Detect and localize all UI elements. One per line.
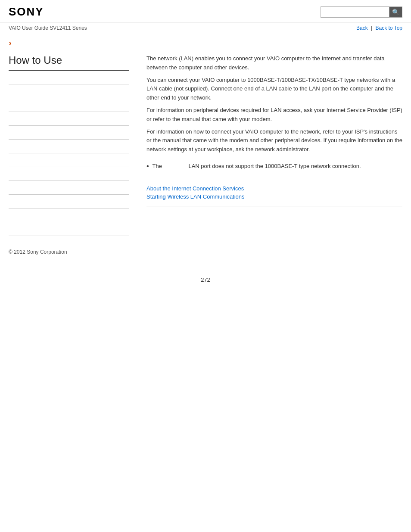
section-divider-top — [146, 179, 402, 179]
search-button[interactable]: 🔍 — [389, 6, 402, 18]
sidebar-title: How to Use — [9, 54, 129, 71]
search-icon: 🔍 — [392, 9, 399, 16]
sidebar: How to Use — [9, 54, 138, 236]
paragraph-3: For information on peripheral devices re… — [146, 106, 402, 124]
guide-title: VAIO User Guide SVL2411 Series — [9, 25, 87, 31]
links-section: About the Internet Connection Services S… — [146, 185, 402, 200]
note-text: The LAN port does not support the 1000BA… — [153, 162, 361, 171]
paragraph-1: The network (LAN) enables you to connect… — [146, 54, 402, 72]
page-number: 272 — [0, 277, 411, 292]
list-item — [9, 84, 129, 98]
list-item — [9, 98, 129, 112]
list-item — [9, 208, 129, 222]
list-item — [9, 112, 129, 126]
chevron-row: › — [0, 34, 411, 50]
note-main: LAN port does not support the 1000BASE-T… — [188, 163, 361, 169]
note-box: • The LAN port does not support the 1000… — [146, 162, 402, 171]
nav-separator: | — [371, 25, 372, 31]
bullet-icon: • — [146, 162, 149, 171]
search-area: 🔍 — [321, 6, 402, 18]
footer: © 2012 Sony Corporation — [0, 236, 411, 259]
sony-logo: SONY — [9, 5, 44, 19]
list-item — [9, 153, 129, 167]
note-item: • The LAN port does not support the 1000… — [146, 162, 402, 171]
header: SONY 🔍 — [0, 0, 411, 22]
back-link[interactable]: Back — [356, 25, 368, 31]
list-item — [9, 126, 129, 140]
list-item — [9, 71, 129, 84]
paragraph-2: You can connect your VAIO computer to 10… — [146, 76, 402, 103]
nav-bar: VAIO User Guide SVL2411 Series Back | Ba… — [0, 22, 411, 34]
back-to-top-link[interactable]: Back to Top — [376, 25, 402, 31]
note-prefix: The — [153, 163, 162, 169]
paragraph-4: For information on how to connect your V… — [146, 128, 402, 154]
chevron-icon: › — [9, 38, 12, 47]
content-area: The network (LAN) enables you to connect… — [138, 54, 402, 236]
nav-links: Back | Back to Top — [356, 25, 402, 31]
list-item — [9, 181, 129, 195]
copyright: © 2012 Sony Corporation — [9, 249, 67, 255]
section-divider-bottom — [146, 206, 402, 206]
link-wireless-lan[interactable]: Starting Wireless LAN Communications — [146, 193, 402, 200]
back-to-top-label: Back to Top — [376, 25, 402, 31]
main-content: How to Use The network (LAN) enables you… — [0, 54, 411, 236]
list-item — [9, 222, 129, 236]
list-item — [9, 195, 129, 208]
list-item — [9, 167, 129, 181]
search-input[interactable] — [321, 6, 389, 18]
link-internet-connection[interactable]: About the Internet Connection Services — [146, 185, 402, 192]
list-item — [9, 140, 129, 153]
